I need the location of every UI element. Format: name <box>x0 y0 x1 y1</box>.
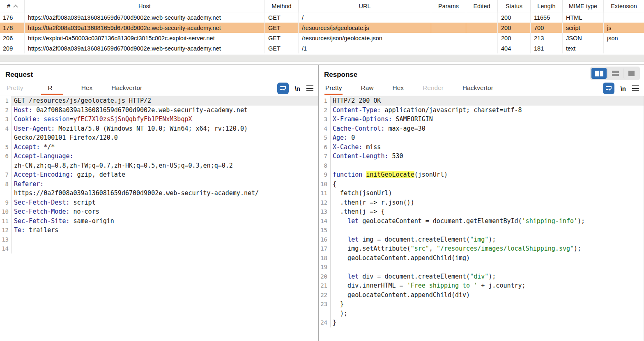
code-segment-txt: .then(j => { <box>333 208 384 215</box>
cell-num: 209 <box>0 43 25 53</box>
code-segment-hdr: Age: <box>333 134 347 141</box>
line-content: fetch(jsonUrl) <box>331 189 644 198</box>
column-header-method[interactable]: Method <box>265 0 299 12</box>
code-segment-str: "/resources/images/localShipping.svg" <box>437 245 574 252</box>
column-header-label: Params <box>438 3 459 9</box>
code-segment-txt: = <box>69 115 73 123</box>
column-header-edited[interactable]: Edited <box>466 0 498 12</box>
table-row[interactable]: 209https://0a2f008a039a136081659d6700d90… <box>0 43 644 53</box>
line-number: 8 <box>319 161 331 170</box>
line-content: Content-Type: application/javascript; ch… <box>331 106 644 115</box>
code-segment-txt: 530 <box>388 152 403 160</box>
request-editor-menu-button[interactable] <box>306 85 313 92</box>
code-segment-txt: 0 <box>347 134 355 141</box>
table-row[interactable]: 178https://0a2f008a039a136081659d6700d90… <box>0 23 644 33</box>
table-row[interactable]: 176https://0a2f008a039a136081659d6700d90… <box>0 12 644 23</box>
tab-hackvertor[interactable]: Hackvertor <box>462 82 494 95</box>
layout-single-button[interactable] <box>623 68 639 79</box>
line-content: .then(j => { <box>331 207 644 217</box>
word-wrap-toggle-button[interactable] <box>277 83 289 94</box>
line-content: Host: 0a2f008a039a136081659d6700d9002e.w… <box>12 106 318 115</box>
table-horizontal-scrollbar[interactable] <box>0 55 644 62</box>
request-editor[interactable]: 1GET /resources/js/geolocate.js HTTP/22H… <box>0 96 318 341</box>
line-content <box>12 244 318 253</box>
column-header-host[interactable]: Host <box>25 0 265 12</box>
line-content: Sec-Fetch-Dest: script <box>12 198 318 207</box>
code-segment-txt: script <box>69 199 95 206</box>
word-wrap-toggle-button[interactable] <box>603 83 614 94</box>
code-segment-txt: ); <box>577 217 585 225</box>
code-segment-kw: let <box>347 273 359 280</box>
cell-status: 404 <box>498 43 531 53</box>
code-line: 5Age: 0 <box>319 133 644 143</box>
show-newlines-toggle[interactable]: \n <box>295 85 300 92</box>
column-header-length[interactable]: Length <box>531 0 563 12</box>
cell-edited <box>466 12 498 23</box>
code-line: 9Sec-Fetch-Dest: script <box>0 198 318 207</box>
line-content: let img = document.createElement("img"); <box>331 235 644 244</box>
code-segment-txt: geoLocateContent.appendChild(img) <box>333 254 470 262</box>
line-content: Accept-Encoding: gzip, deflate <box>12 170 318 180</box>
code-segment-txt: no-cors <box>69 208 99 215</box>
response-editor-toolbar: \n <box>603 82 639 94</box>
line-number: 12 <box>0 226 12 235</box>
response-editor-menu-button[interactable] <box>632 85 639 92</box>
line-number: 3 <box>0 115 12 124</box>
column-header-label: Edited <box>473 3 490 9</box>
column-header-url[interactable]: URL <box>299 0 431 12</box>
code-segment-txt: trailers <box>25 226 58 234</box>
line-content: } <box>331 318 644 327</box>
code-segment-hdr: X-Cache: <box>333 143 362 151</box>
tab-pretty[interactable]: Pretty <box>6 82 24 95</box>
code-segment-txt: HTTP/2 200 OK <box>333 97 381 104</box>
column-header-extension[interactable]: Extension <box>604 0 644 12</box>
code-segment-txt: gzip, deflate <box>74 171 125 178</box>
tab-hackvertor[interactable]: Hackvertor <box>110 82 143 95</box>
column-header-num[interactable]: # <box>0 0 25 12</box>
line-content: Accept: */* <box>12 143 318 152</box>
code-line: 24} <box>319 318 644 327</box>
code-segment-txt: Mozilla/5.0 (Windows NT 10.0; Win64; x64… <box>55 125 248 132</box>
request-tab-bar: PrettyRHexHackvertor <box>0 82 318 95</box>
code-line: 20 let div = document.createElement("div… <box>319 272 644 281</box>
code-line: 14 let geoLocateContent = document.getEl… <box>319 217 644 226</box>
tab-hex[interactable]: Hex <box>392 82 405 95</box>
layout-columns-button[interactable] <box>591 68 607 79</box>
tab-hex[interactable]: Hex <box>80 82 94 95</box>
code-line: 23 } <box>319 300 644 309</box>
line-content: zh-CN,zh;q=0.8,zh-TW;q=0.7,zh-HK;q=0.5,e… <box>12 161 318 170</box>
table-body: 176https://0a2f008a039a136081659d6700d90… <box>0 12 644 53</box>
line-number: 5 <box>319 133 331 143</box>
cell-status: 200 <box>498 12 531 23</box>
response-editor[interactable]: 1HTTP/2 200 OK2Content-Type: application… <box>319 96 644 341</box>
column-header-status[interactable]: Status <box>498 0 531 12</box>
cell-extension <box>604 12 644 23</box>
response-panel: Response PrettyRawHexRenderHackvertor \n… <box>319 65 644 341</box>
line-number: 7 <box>0 170 12 180</box>
code-line: 12Te: trailers <box>0 226 318 235</box>
cell-extension <box>604 43 644 53</box>
code-segment-hdr: Sec-Fetch-Mode: <box>14 208 69 215</box>
layout-rows-button[interactable] <box>607 68 623 79</box>
code-line: 22 geoLocateContent.appendChild(div) <box>319 290 644 300</box>
line-number: 22 <box>319 290 331 300</box>
line-content: Content-Length: 530 <box>331 152 644 161</box>
tab-r[interactable]: R <box>41 82 63 95</box>
tab-render[interactable]: Render <box>422 82 444 95</box>
cell-edited <box>466 23 498 33</box>
tab-raw[interactable]: Raw <box>360 82 374 95</box>
code-segment-txt: div = document.createElement( <box>359 273 470 280</box>
tab-pretty[interactable]: Pretty <box>324 82 343 95</box>
table-row[interactable]: 206https://exploit-0a50003c0387136c81309… <box>0 33 644 43</box>
column-header-params[interactable]: Params <box>431 0 466 12</box>
cell-url: /1 <box>299 43 431 53</box>
line-number: 9 <box>319 170 331 180</box>
code-segment-txt <box>40 115 44 123</box>
code-segment-hdr: Content-Type: <box>333 106 381 114</box>
response-tab-bar: PrettyRawHexRenderHackvertor <box>319 82 644 95</box>
show-newlines-toggle[interactable]: \n <box>621 85 626 92</box>
code-line: ); <box>319 309 644 318</box>
line-content: function initGeoLocate(jsonUrl) <box>331 170 644 180</box>
code-line: 10{ <box>319 180 644 189</box>
column-header-mime_type[interactable]: MIME type <box>563 0 604 12</box>
